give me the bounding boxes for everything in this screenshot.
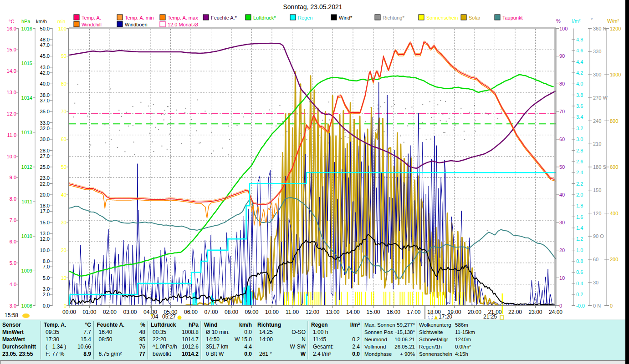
svg-text:15.4: 15.4 [81, 336, 92, 343]
svg-text:20: 20 [61, 248, 66, 253]
svg-text:14:00: 14:00 [259, 336, 273, 343]
svg-text:14:50: 14:50 [206, 336, 220, 343]
svg-text:hPa: hPa [21, 19, 31, 24]
svg-text:3.0: 3.0 [10, 303, 16, 308]
svg-text:6.75 g/m²: 6.75 g/m² [99, 351, 122, 357]
svg-text:Gesamt:: Gesamt: [313, 344, 333, 350]
svg-text:l/m²: l/m² [350, 322, 360, 328]
svg-text:10:00: 10:00 [265, 309, 279, 315]
svg-text:1.2: 1.2 [576, 236, 583, 242]
svg-text:120: 120 [593, 211, 601, 216]
svg-text:3.0: 3.0 [43, 286, 50, 292]
svg-text:16:00: 16:00 [387, 309, 400, 315]
svg-text:Sonnen Pos: Sonnen Pos [364, 329, 393, 335]
svg-text:10.0: 10.0 [40, 248, 50, 253]
svg-text:Regen: Regen [311, 322, 328, 328]
svg-text:12:00: 12:00 [306, 309, 319, 315]
svg-text:600: 600 [610, 164, 618, 170]
svg-text:5.0: 5.0 [10, 260, 16, 266]
svg-text:3.4: 3.4 [576, 114, 583, 120]
svg-text:Durchschnitt: Durchschnitt [2, 344, 36, 350]
svg-text:0 Bft W: 0 Bft W [206, 351, 224, 357]
svg-text:330: 330 [593, 49, 601, 54]
svg-text:Temp. A. min: Temp. A. min [125, 15, 154, 20]
svg-text:10: 10 [559, 275, 565, 281]
svg-text:6.0: 6.0 [10, 239, 16, 244]
svg-text:-15,138°: -15,138° [395, 329, 415, 335]
svg-text:17.0: 17.0 [40, 208, 50, 214]
svg-text:30: 30 [61, 220, 66, 225]
svg-text:1009: 1009 [21, 268, 32, 273]
svg-text:14.0: 14.0 [7, 68, 16, 74]
svg-text:3.0: 3.0 [576, 136, 583, 142]
svg-text:27.0: 27.0 [40, 153, 50, 159]
svg-text:38.0: 38.0 [40, 92, 50, 98]
svg-text:12.0 Monat-Ø: 12.0 Monat-Ø [168, 22, 199, 27]
svg-text:4.4: 4.4 [244, 344, 252, 350]
svg-text:4.0: 4.0 [576, 81, 583, 86]
svg-text:1010: 1010 [21, 233, 32, 239]
svg-text:23.0: 23.0 [40, 175, 50, 181]
svg-text:05:27: 05:27 [162, 313, 176, 320]
svg-text:0: 0 [64, 303, 66, 308]
svg-text:0.6: 0.6 [576, 269, 583, 275]
svg-text:4:15h: 4:15h [455, 351, 468, 357]
svg-text:60: 60 [593, 257, 598, 262]
svg-text:( - 1.34 ): ( - 1.34 ) [46, 344, 66, 350]
svg-text:1.8: 1.8 [576, 203, 583, 208]
svg-text:Sichtweite: Sichtweite [419, 329, 443, 335]
svg-text:21:25: 21:25 [483, 313, 497, 320]
svg-text:13.0: 13.0 [7, 90, 16, 95]
svg-text:1014: 1014 [21, 95, 32, 101]
svg-text:1.6: 1.6 [576, 214, 583, 220]
svg-text:210: 210 [593, 141, 601, 147]
svg-text:08:00: 08:00 [225, 309, 238, 315]
svg-text:°: ° [591, 17, 593, 22]
svg-text:0.2: 0.2 [352, 336, 360, 343]
svg-text:15.0: 15.0 [7, 47, 16, 52]
svg-text:360 N: 360 N [593, 26, 606, 31]
svg-text:300: 300 [593, 72, 601, 77]
svg-text:7.7: 7.7 [83, 329, 91, 335]
svg-text:10.0: 10.0 [7, 154, 16, 159]
svg-text:Wolkenunterg: Wolkenunterg [419, 322, 451, 328]
svg-text:09:35: 09:35 [46, 329, 59, 335]
svg-text:2.2: 2.2 [576, 181, 583, 187]
svg-text:Regen/1h: Regen/1h [419, 344, 442, 349]
svg-text:0 N: 0 N [593, 303, 601, 308]
svg-text:4.4: 4.4 [576, 59, 583, 65]
svg-text:586m: 586m [455, 322, 468, 328]
svg-text:0.4: 0.4 [576, 281, 583, 286]
svg-text:Luftdruck: Luftdruck [151, 322, 176, 328]
svg-text:25.0: 25.0 [40, 164, 50, 170]
svg-text:7.0: 7.0 [43, 264, 50, 269]
svg-text:0.0: 0.0 [352, 351, 360, 357]
svg-text:0.0: 0.0 [244, 351, 252, 357]
svg-text:24:00: 24:00 [549, 309, 563, 315]
svg-text:06:00: 06:00 [184, 309, 198, 315]
svg-text:Feuchte A.: Feuchte A. [97, 322, 125, 328]
svg-text:01:00: 01:00 [82, 309, 96, 315]
svg-text:59,277°: 59,277° [397, 322, 415, 328]
svg-text:100: 100 [58, 26, 66, 31]
svg-text:11.0: 11.0 [7, 132, 16, 138]
svg-text:0.8: 0.8 [576, 258, 583, 264]
svg-text:-0.0: -0.0 [576, 303, 585, 308]
svg-text:20: 20 [559, 248, 565, 253]
svg-text:W/m²: W/m² [607, 18, 619, 24]
svg-text:270 W: 270 W [593, 95, 608, 101]
svg-text:17:30: 17:30 [46, 336, 59, 343]
svg-text:77: 77 [139, 351, 146, 357]
svg-text:Windchill: Windchill [82, 22, 102, 27]
svg-text:1:00 h: 1:00 h [313, 329, 328, 335]
svg-text:0.2: 0.2 [576, 292, 583, 297]
svg-text:28.0: 28.0 [40, 148, 50, 153]
svg-text:0: 0 [559, 303, 562, 308]
svg-text:50: 50 [61, 164, 66, 170]
svg-text:37.0: 37.0 [40, 98, 50, 103]
svg-text:15:58: 15:58 [5, 312, 18, 318]
svg-text:4.6: 4.6 [576, 48, 583, 53]
svg-text:1012: 1012 [21, 164, 32, 170]
svg-text:Sonnenschein: Sonnenschein [419, 351, 452, 357]
svg-text:2.0: 2.0 [576, 192, 583, 197]
